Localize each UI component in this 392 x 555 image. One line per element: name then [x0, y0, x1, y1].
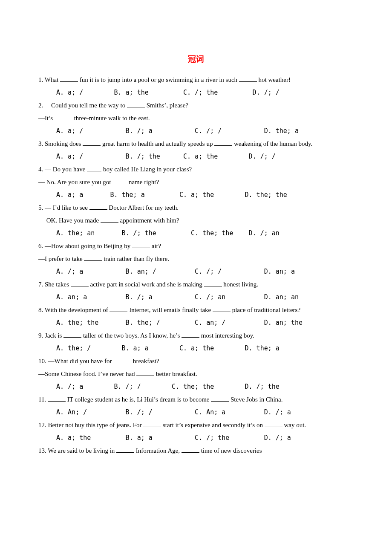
q12-b: start it’s expensive and secondly it’s o…: [161, 422, 264, 428]
q5-l2-b: appointment with him?: [118, 217, 179, 224]
q13-a: 13. We are said to be living in: [38, 447, 116, 454]
blank: [265, 421, 282, 428]
q4-options: A. a; a B. the; a C. a; the D. the; the: [38, 188, 354, 201]
q6-l2-b: train rather than fly there.: [102, 255, 169, 262]
q2-l2-b: three-minute walk to the east.: [72, 115, 150, 121]
question-11: 11. IT college student as he is, Li Hui’…: [38, 393, 354, 406]
question-2-line1: 2. —Could you tell me the way to Smiths’…: [38, 99, 354, 112]
blank: [89, 204, 107, 210]
blank: [110, 306, 127, 312]
q13-b: Information Age,: [134, 447, 182, 454]
blank: [239, 76, 257, 82]
blank: [112, 178, 127, 185]
blank: [182, 447, 199, 453]
question-10-line2: —Some Chinese food. I’ve never had bette…: [38, 367, 354, 380]
q1-options: A. a; / B. a; the C. /; the D. /; /: [38, 86, 354, 99]
q9-options: A. the; / B. a; a C. a; the D. the; a: [38, 342, 354, 355]
question-4-line2: — No. Are you sure you got name right?: [38, 176, 354, 188]
question-5-line2: — OK. Have you made appointment with him…: [38, 214, 354, 227]
q4-l1-b: boy called He Liang in your class?: [101, 166, 192, 173]
question-6-line2: —I prefer to take train rather than fly …: [38, 252, 354, 265]
question-9: 9. Jack is taller of the two boys. As I …: [38, 329, 354, 342]
q10-options: A. /; a B. /; / C. the; the D. /; the: [38, 380, 354, 393]
q1-text-c: hot weather!: [257, 76, 291, 83]
blank: [48, 396, 66, 402]
blank: [132, 242, 150, 249]
q5-l1-a: 5. — I’d like to see: [38, 204, 89, 211]
blank: [116, 447, 134, 453]
q10-l1-b: breakfast?: [131, 358, 159, 364]
question-6-line1: 6. —How about going to Beijing by air?: [38, 240, 354, 252]
q5-options: A. the; an B. /; the C. the; the D. /; a…: [38, 227, 354, 240]
q2-options: A. a; / B. /; a C. /; / D. the; a: [38, 124, 354, 137]
question-10-line1: 10. —What did you have for breakfast?: [38, 355, 354, 367]
q9-c: most interesting boy.: [199, 332, 254, 339]
blank: [55, 114, 72, 121]
q9-a: 9. Jack is: [38, 332, 63, 339]
q11-b: IT college student as he is, Li Hui’s dr…: [66, 396, 211, 403]
q12-c: way out.: [282, 422, 306, 428]
q7-options: A. an; a B. /; a C. /; an D. an; an: [38, 291, 354, 304]
question-2-line2: —It’s three-minute walk to the east.: [38, 112, 354, 124]
q6-options: A. /; a B. an; / C. /; / D. an; a: [38, 265, 354, 278]
blank: [87, 165, 101, 172]
blank: [83, 140, 101, 146]
q8-b: Internet, will emails finally take: [127, 306, 213, 313]
q10-l2-a: —Some Chinese food. I’ve never had: [38, 370, 136, 377]
question-7: 7. She takes active part in social work …: [38, 278, 354, 291]
q13-c: time of new discoveries: [199, 447, 262, 454]
blank: [63, 332, 81, 338]
question-4-line1: 4. — Do you have boy called He Liang in …: [38, 163, 354, 176]
q9-b: taller of the two boys. As I know, he’s: [81, 332, 182, 339]
q2-l2-a: —It’s: [38, 115, 55, 121]
q5-l2-a: — OK. Have you made: [38, 217, 101, 224]
question-1: 1. What fun it is to jump into a pool or…: [38, 73, 354, 86]
question-13: 13. We are said to be living in Informat…: [38, 444, 354, 457]
blank: [101, 217, 118, 223]
q4-l2-a: — No. Are you sure you got: [38, 179, 112, 185]
blank: [214, 140, 232, 146]
q2-l1-a: 2. —Could you tell me the way to: [38, 102, 127, 109]
blank: [182, 332, 199, 338]
q6-l2-a: —I prefer to take: [38, 255, 84, 262]
q4-l1-a: 4. — Do you have: [38, 166, 87, 173]
question-5-line1: 5. — I’d like to see Doctor Albert for m…: [38, 201, 354, 214]
blank: [113, 357, 131, 364]
blank: [60, 76, 78, 82]
blank: [71, 280, 89, 287]
q12-a: 12. Better not buy this type of jeans. F…: [38, 422, 143, 428]
q7-a: 7. She takes: [38, 281, 71, 288]
question-3: 3. Smoking does great harm to health and…: [38, 137, 354, 150]
blank: [136, 370, 154, 376]
blank: [84, 255, 102, 261]
q8-options: A. the; the B. the; / C. an; / D. an; th…: [38, 316, 354, 329]
q4-l2-b: name right?: [127, 179, 159, 185]
q3-b: great harm to health and actually speeds…: [101, 140, 214, 147]
q10-l2-b: better breakfast.: [154, 370, 197, 377]
q11-options: A. An; / B. /; / C. An; a D. /; a: [38, 406, 354, 419]
q8-a: 8. With the development of: [38, 306, 110, 313]
q1-text-a: 1. What: [38, 76, 60, 83]
q2-l1-b: Smiths’, please?: [145, 102, 188, 109]
q12-options: A. a; the B. a; a C. /; the D. /; a: [38, 431, 354, 444]
q8-c: place of traditional letters?: [231, 306, 300, 313]
page-title: 冠词: [38, 51, 354, 67]
q1-text-b: fun it is to jump into a pool or go swim…: [78, 76, 239, 83]
blank: [211, 396, 229, 402]
q3-a: 3. Smoking does: [38, 140, 83, 147]
q6-l1-b: air?: [150, 243, 161, 249]
question-12: 12. Better not buy this type of jeans. F…: [38, 419, 354, 431]
q7-b: active part in social work and she is ma…: [89, 281, 204, 288]
q3-c: weakening of the human body.: [232, 140, 312, 147]
q3-options: A. a; / B. /; the C. a; the D. /; /: [38, 150, 354, 163]
q11-a: 11.: [38, 396, 48, 403]
blank: [127, 101, 145, 108]
q7-c: honest living.: [222, 281, 258, 288]
blank: [143, 421, 161, 428]
blank: [213, 306, 231, 312]
q5-l1-b: Doctor Albert for my teeth.: [107, 204, 179, 211]
q11-c: Steve Jobs in China.: [229, 396, 282, 403]
q10-l1-a: 10. —What did you have for: [38, 358, 113, 364]
q6-l1-a: 6. —How about going to Beijing by: [38, 243, 132, 249]
blank: [204, 280, 222, 287]
